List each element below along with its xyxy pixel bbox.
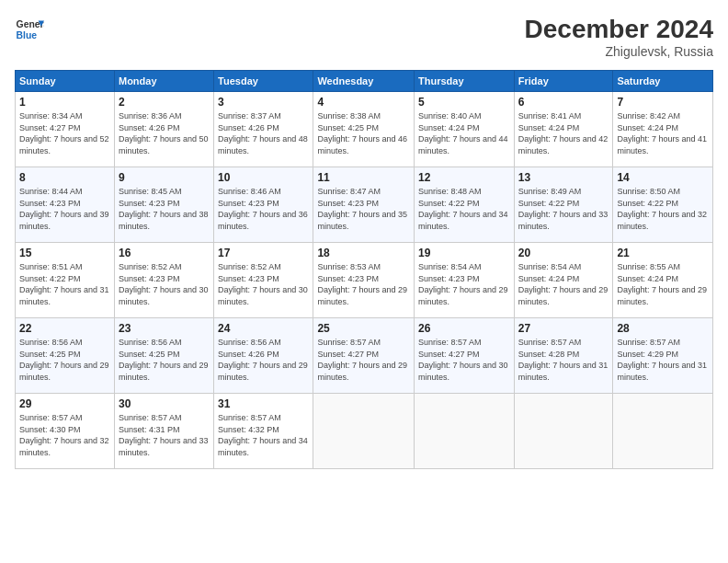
title-block: December 2024 Zhigulevsk, Russia — [525, 15, 713, 59]
header: General Blue December 2024 Zhigulevsk, R… — [15, 15, 713, 59]
calendar-table: Sunday Monday Tuesday Wednesday Thursday… — [15, 70, 713, 469]
logo-icon: General Blue — [15, 15, 44, 44]
day-detail: Sunrise: 8:56 AMSunset: 4:25 PMDaylight:… — [19, 337, 110, 383]
day-detail: Sunrise: 8:37 AMSunset: 4:26 PMDaylight:… — [218, 110, 309, 156]
day-number: 14 — [617, 171, 709, 184]
day-number: 12 — [418, 171, 510, 184]
day-detail: Sunrise: 8:42 AMSunset: 4:24 PMDaylight:… — [617, 110, 709, 156]
calendar-cell: 17 Sunrise: 8:52 AMSunset: 4:23 PMDaylig… — [214, 243, 313, 318]
calendar-cell: 16 Sunrise: 8:52 AMSunset: 4:23 PMDaylig… — [114, 243, 213, 318]
col-friday: Friday — [514, 71, 613, 92]
calendar-week-2: 15 Sunrise: 8:51 AMSunset: 4:22 PMDaylig… — [16, 243, 713, 318]
calendar-cell: 27 Sunrise: 8:57 AMSunset: 4:28 PMDaylig… — [514, 318, 613, 394]
day-detail: Sunrise: 8:45 AMSunset: 4:23 PMDaylight:… — [119, 186, 210, 232]
day-detail: Sunrise: 8:52 AMSunset: 4:23 PMDaylight:… — [218, 261, 309, 307]
day-detail: Sunrise: 8:40 AMSunset: 4:24 PMDaylight:… — [418, 110, 510, 156]
day-detail: Sunrise: 8:57 AMSunset: 4:30 PMDaylight:… — [19, 412, 110, 458]
col-monday: Monday — [114, 71, 213, 92]
calendar-cell: 5 Sunrise: 8:40 AMSunset: 4:24 PMDayligh… — [415, 92, 515, 167]
col-saturday: Saturday — [613, 71, 713, 92]
calendar-cell: 9 Sunrise: 8:45 AMSunset: 4:23 PMDayligh… — [114, 167, 213, 243]
calendar-cell: 11 Sunrise: 8:47 AMSunset: 4:23 PMDaylig… — [313, 167, 415, 243]
day-detail: Sunrise: 8:54 AMSunset: 4:23 PMDaylight:… — [418, 261, 510, 307]
calendar-cell: 3 Sunrise: 8:37 AMSunset: 4:26 PMDayligh… — [214, 92, 313, 167]
calendar-cell: 8 Sunrise: 8:44 AMSunset: 4:23 PMDayligh… — [16, 167, 115, 243]
day-detail: Sunrise: 8:36 AMSunset: 4:26 PMDaylight:… — [119, 110, 210, 156]
calendar-cell: 19 Sunrise: 8:54 AMSunset: 4:23 PMDaylig… — [415, 243, 515, 318]
calendar-cell: 12 Sunrise: 8:48 AMSunset: 4:22 PMDaylig… — [415, 167, 515, 243]
calendar-cell: 6 Sunrise: 8:41 AMSunset: 4:24 PMDayligh… — [514, 92, 613, 167]
day-number: 8 — [19, 171, 110, 184]
day-number: 6 — [518, 96, 609, 109]
day-detail: Sunrise: 8:54 AMSunset: 4:24 PMDaylight:… — [518, 261, 609, 307]
calendar-cell: 14 Sunrise: 8:50 AMSunset: 4:22 PMDaylig… — [613, 167, 713, 243]
day-number: 1 — [19, 96, 110, 109]
day-number: 9 — [119, 171, 210, 184]
day-number: 10 — [218, 171, 309, 184]
day-number: 19 — [418, 247, 510, 259]
day-number: 24 — [218, 322, 309, 335]
day-detail: Sunrise: 8:34 AMSunset: 4:27 PMDaylight:… — [19, 110, 110, 156]
day-number: 25 — [317, 322, 410, 335]
day-number: 5 — [418, 96, 510, 109]
calendar-cell: 22 Sunrise: 8:56 AMSunset: 4:25 PMDaylig… — [16, 318, 115, 394]
day-detail: Sunrise: 8:57 AMSunset: 4:27 PMDaylight:… — [418, 337, 510, 383]
day-number: 7 — [617, 96, 709, 109]
calendar-cell: 23 Sunrise: 8:56 AMSunset: 4:25 PMDaylig… — [114, 318, 213, 394]
day-detail: Sunrise: 8:56 AMSunset: 4:25 PMDaylight:… — [119, 337, 210, 383]
calendar-cell: 4 Sunrise: 8:38 AMSunset: 4:25 PMDayligh… — [313, 92, 415, 167]
day-detail: Sunrise: 8:38 AMSunset: 4:25 PMDaylight:… — [317, 110, 410, 156]
day-detail: Sunrise: 8:48 AMSunset: 4:22 PMDaylight:… — [418, 186, 510, 232]
day-number: 27 — [518, 322, 609, 335]
day-number: 15 — [19, 247, 110, 259]
page: General Blue December 2024 Zhigulevsk, R… — [0, 0, 728, 563]
day-detail: Sunrise: 8:46 AMSunset: 4:23 PMDaylight:… — [218, 186, 309, 232]
day-number: 26 — [418, 322, 510, 335]
svg-text:Blue: Blue — [17, 30, 38, 40]
day-number: 21 — [617, 247, 709, 259]
calendar-cell: 26 Sunrise: 8:57 AMSunset: 4:27 PMDaylig… — [415, 318, 515, 394]
col-sunday: Sunday — [16, 71, 115, 92]
day-detail: Sunrise: 8:50 AMSunset: 4:22 PMDaylight:… — [617, 186, 709, 232]
day-number: 4 — [317, 96, 410, 109]
calendar-cell: 15 Sunrise: 8:51 AMSunset: 4:22 PMDaylig… — [16, 243, 115, 318]
calendar-week-4: 29 Sunrise: 8:57 AMSunset: 4:30 PMDaylig… — [16, 394, 713, 469]
calendar-cell — [313, 394, 415, 469]
month-title: December 2024 — [525, 15, 713, 44]
day-detail: Sunrise: 8:57 AMSunset: 4:29 PMDaylight:… — [617, 337, 709, 383]
day-detail: Sunrise: 8:57 AMSunset: 4:27 PMDaylight:… — [317, 337, 410, 383]
col-wednesday: Wednesday — [313, 71, 415, 92]
day-number: 20 — [518, 247, 609, 259]
calendar-cell: 20 Sunrise: 8:54 AMSunset: 4:24 PMDaylig… — [514, 243, 613, 318]
day-detail: Sunrise: 8:49 AMSunset: 4:22 PMDaylight:… — [518, 186, 609, 232]
calendar-cell: 2 Sunrise: 8:36 AMSunset: 4:26 PMDayligh… — [114, 92, 213, 167]
calendar-week-3: 22 Sunrise: 8:56 AMSunset: 4:25 PMDaylig… — [16, 318, 713, 394]
day-detail: Sunrise: 8:53 AMSunset: 4:23 PMDaylight:… — [317, 261, 410, 307]
day-detail: Sunrise: 8:56 AMSunset: 4:26 PMDaylight:… — [218, 337, 309, 383]
day-number: 16 — [119, 247, 210, 259]
calendar-cell: 7 Sunrise: 8:42 AMSunset: 4:24 PMDayligh… — [613, 92, 713, 167]
day-number: 11 — [317, 171, 410, 184]
day-number: 30 — [119, 397, 210, 410]
logo: General Blue — [15, 15, 44, 44]
calendar-cell: 28 Sunrise: 8:57 AMSunset: 4:29 PMDaylig… — [613, 318, 713, 394]
calendar-cell: 10 Sunrise: 8:46 AMSunset: 4:23 PMDaylig… — [214, 167, 313, 243]
day-detail: Sunrise: 8:57 AMSunset: 4:28 PMDaylight:… — [518, 337, 609, 383]
calendar-cell — [613, 394, 713, 469]
day-number: 22 — [19, 322, 110, 335]
calendar-week-1: 8 Sunrise: 8:44 AMSunset: 4:23 PMDayligh… — [16, 167, 713, 243]
day-number: 31 — [218, 397, 309, 410]
day-number: 3 — [218, 96, 309, 109]
day-number: 18 — [317, 247, 410, 259]
day-detail: Sunrise: 8:51 AMSunset: 4:22 PMDaylight:… — [19, 261, 110, 307]
day-detail: Sunrise: 8:41 AMSunset: 4:24 PMDaylight:… — [518, 110, 609, 156]
col-tuesday: Tuesday — [214, 71, 313, 92]
day-detail: Sunrise: 8:47 AMSunset: 4:23 PMDaylight:… — [317, 186, 410, 232]
day-detail: Sunrise: 8:57 AMSunset: 4:31 PMDaylight:… — [119, 412, 210, 458]
calendar-cell: 13 Sunrise: 8:49 AMSunset: 4:22 PMDaylig… — [514, 167, 613, 243]
day-detail: Sunrise: 8:52 AMSunset: 4:23 PMDaylight:… — [119, 261, 210, 307]
day-number: 23 — [119, 322, 210, 335]
calendar-cell: 18 Sunrise: 8:53 AMSunset: 4:23 PMDaylig… — [313, 243, 415, 318]
calendar-cell: 24 Sunrise: 8:56 AMSunset: 4:26 PMDaylig… — [214, 318, 313, 394]
calendar-cell: 30 Sunrise: 8:57 AMSunset: 4:31 PMDaylig… — [114, 394, 213, 469]
